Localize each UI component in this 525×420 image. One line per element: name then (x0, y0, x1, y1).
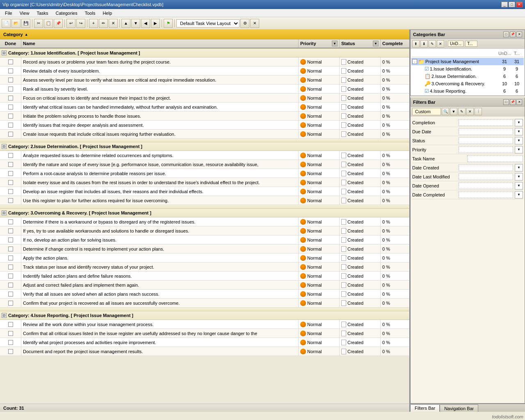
cat-toolbar-btn3[interactable]: ✎ (429, 40, 436, 48)
filter-dropdown[interactable]: ▼ (515, 119, 523, 126)
done-checkbox[interactable] (8, 96, 13, 100)
filters-pin-btn[interactable]: 📌 (510, 99, 516, 105)
done-checkbox[interactable] (8, 322, 13, 327)
layout-dropdown[interactable]: Default Task View Layout (176, 19, 240, 27)
toolbar-new-btn[interactable]: 📄 (2, 19, 11, 28)
filter-dropdown[interactable]: ▼ (515, 128, 523, 135)
done-checkbox[interactable] (8, 283, 13, 288)
filter-toolbar-btn4[interactable]: ✕ (466, 108, 474, 115)
done-checkbox[interactable] (8, 265, 13, 269)
categories-panel-buttons[interactable]: □ 📌 ✕ (503, 32, 522, 37)
toolbar-add-btn[interactable]: + (89, 19, 98, 28)
toolbar-down-btn[interactable]: ▼ (131, 19, 140, 28)
filter-toolbar-btn2[interactable]: ▼ (450, 108, 457, 115)
toolbar-delete-btn[interactable]: ✕ (109, 19, 118, 28)
filter-input[interactable] (459, 164, 513, 171)
done-checkbox[interactable] (8, 123, 13, 128)
categories-pin-btn[interactable]: 📌 (510, 32, 516, 37)
toolbar-left-btn[interactable]: ◀ (141, 19, 150, 28)
category-row-1[interactable]: ⊟Category: 1.Issue Identification. [ Pro… (0, 48, 409, 57)
restore-button[interactable]: □ (509, 2, 515, 7)
tab-navigation-bar[interactable]: Navigation Bar (440, 404, 478, 412)
menu-tasks[interactable]: Tasks (33, 10, 51, 16)
filter-dropdown[interactable]: ▼ (515, 146, 523, 153)
done-checkbox[interactable] (8, 219, 13, 224)
tree-item-2[interactable]: 📋 2.Issue Determination. 6 6 (411, 73, 524, 80)
toolbar-right-btn[interactable]: ▶ (151, 19, 160, 28)
status-filter-btn[interactable]: ▼ (373, 41, 379, 46)
done-checkbox[interactable] (8, 331, 13, 336)
filter-input[interactable] (459, 128, 513, 135)
filters-restore-btn[interactable]: □ (503, 99, 509, 105)
category-row-4[interactable]: ⊟Category: 4.Issue Reporting. [ Project … (0, 311, 409, 320)
done-checkbox[interactable] (8, 292, 13, 297)
collapse-btn-1[interactable]: ⊟ (2, 50, 7, 55)
done-checkbox[interactable] (8, 349, 13, 354)
collapse-btn-3[interactable]: ⊟ (2, 210, 7, 215)
done-checkbox[interactable] (8, 105, 13, 110)
done-checkbox[interactable] (8, 198, 13, 203)
filter-input[interactable] (459, 192, 513, 198)
toolbar-cut-btn[interactable]: ✂ (34, 19, 43, 28)
toolbar-layout-btn1[interactable]: ⚙ (240, 19, 249, 28)
toolbar-undo-btn[interactable]: ↩ (66, 19, 75, 28)
filter-input[interactable] (467, 155, 523, 162)
toolbar-open-btn[interactable]: 📂 (11, 19, 21, 28)
done-checkbox[interactable] (8, 340, 13, 345)
done-checkbox[interactable] (8, 274, 13, 278)
done-checkbox[interactable] (8, 237, 13, 242)
tree-item-3[interactable]: 🔑 3.Overcoming & Recovery. 10 10 (411, 80, 524, 87)
tree-item-4[interactable]: ☑ 4.Issue Reporting. 6 6 (411, 87, 524, 95)
filter-input[interactable] (459, 146, 513, 153)
done-checkbox[interactable] (8, 189, 13, 194)
close-button[interactable]: ✕ (516, 2, 523, 7)
collapse-btn-2[interactable]: ⊟ (2, 144, 7, 149)
done-checkbox[interactable] (8, 59, 13, 64)
done-checkbox[interactable] (8, 114, 13, 119)
filter-dropdown[interactable]: ▼ (515, 191, 523, 199)
menu-tools[interactable]: Tools (82, 10, 99, 16)
toolbar-copy-btn[interactable]: 📋 (44, 19, 53, 28)
tab-filters-bar[interactable]: Filters Bar (410, 404, 440, 412)
categories-restore-btn[interactable]: □ (503, 32, 509, 37)
done-checkbox[interactable] (8, 132, 13, 137)
toolbar-layout-btn2[interactable]: ✕ (250, 19, 259, 28)
table-body[interactable]: ⊟Category: 1.Issue Identification. [ Pro… (0, 48, 409, 404)
toolbar-paste-btn[interactable]: 📌 (54, 19, 63, 28)
menu-categories[interactable]: Categories (52, 10, 81, 16)
category-row-3[interactable]: ⊟Category: 3.Overcoming & Recovery. [ Pr… (0, 208, 409, 217)
tree-item-0[interactable]: - 📁 Project Issue Management 31 31 (411, 58, 524, 65)
categories-close-btn[interactable]: ✕ (516, 32, 522, 37)
done-checkbox[interactable] (8, 180, 13, 185)
category-row-2[interactable]: ⊟Category: 2.Issue Determination. [ Proj… (0, 142, 409, 151)
menu-file[interactable]: File (2, 10, 16, 16)
filter-input[interactable] (459, 119, 513, 126)
filter-input[interactable] (459, 173, 513, 180)
done-checkbox[interactable] (8, 228, 13, 233)
toolbar-save-btn[interactable]: 💾 (21, 19, 30, 28)
done-checkbox[interactable] (8, 247, 13, 251)
cat-toolbar-btn2[interactable]: ⬇ (420, 40, 428, 48)
menu-view[interactable]: View (16, 10, 33, 16)
filter-dropdown[interactable]: ▼ (515, 137, 523, 144)
done-checkbox[interactable] (8, 68, 13, 73)
toolbar-redo-btn[interactable]: ↪ (76, 19, 85, 28)
done-checkbox[interactable] (8, 162, 13, 167)
done-checkbox[interactable] (8, 153, 13, 158)
done-checkbox[interactable] (8, 256, 13, 260)
cat-toolbar-btn1[interactable]: ⬆ (412, 40, 420, 48)
done-checkbox[interactable] (8, 171, 13, 176)
toolbar-up-btn[interactable]: ▲ (121, 19, 130, 28)
filter-toolbar-btn3[interactable]: ✎ (458, 108, 466, 115)
cat-toolbar-btn4[interactable]: ✕ (437, 40, 444, 48)
toolbar-edit-btn[interactable]: ✏ (99, 19, 108, 28)
tree-expand[interactable]: - (412, 59, 417, 64)
filter-input[interactable] (459, 183, 513, 189)
filter-dropdown[interactable]: ▼ (515, 182, 523, 189)
menu-help[interactable]: Help (99, 10, 115, 16)
filter-toolbar-btn1[interactable]: 🔍 (442, 108, 449, 115)
filters-close-btn[interactable]: ✕ (516, 99, 522, 105)
collapse-btn-4[interactable]: ⊟ (2, 313, 7, 318)
filter-dropdown[interactable]: ▼ (515, 164, 523, 171)
priority-filter-btn[interactable]: ▼ (332, 41, 338, 46)
